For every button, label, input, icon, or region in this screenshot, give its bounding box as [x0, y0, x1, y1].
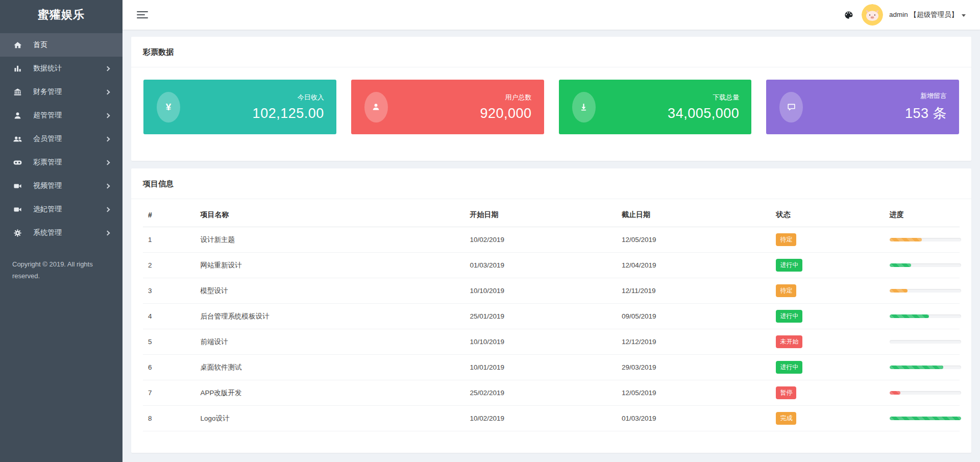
users-icon [13, 134, 22, 144]
column-header: 截止日期 [617, 202, 771, 227]
table-header-row: #项目名称开始日期截止日期状态进度 [143, 202, 960, 227]
status-badge: 未开始 [776, 335, 802, 348]
sidebar-item-label: 会员管理 [33, 134, 62, 143]
stat-card-label: 用户总数 [480, 93, 531, 102]
table-row: 4 后台管理系统模板设计 25/01/2019 09/05/2019 进行中 [143, 304, 960, 329]
stat-card-new-messages: 新增留言 153 条 [766, 80, 959, 134]
sidebar-item-super-admin[interactable]: 超管管理 [0, 104, 122, 127]
status-badge: 完成 [776, 412, 796, 425]
status-badge: 进行中 [776, 259, 802, 272]
stat-card-label: 新增留言 [905, 91, 947, 101]
hamburger-icon[interactable] [137, 11, 148, 19]
user-menu[interactable]: admin 【超级管理员】 [889, 10, 966, 19]
cell-project-name: 后台管理系统模板设计 [195, 304, 464, 329]
progress-track [890, 391, 961, 395]
home-icon [13, 40, 22, 50]
sidebar-nav: 首页 数据统计 财务管理 超管管理 会员管理 彩票管理 视频管理 选妃管理 [0, 30, 122, 245]
table-row: 2 网站重新设计 01/03/2019 12/04/2019 进行中 [143, 253, 960, 278]
yen-icon: ¥ [157, 92, 180, 123]
sidebar-item-system[interactable]: 系统管理 [0, 221, 122, 245]
stat-card-total-users: 用户总数 920,000 [351, 80, 544, 134]
cell-project-name: 模型设计 [195, 278, 464, 304]
cell-end-date: 12/04/2019 [617, 253, 771, 278]
gamepad-icon [13, 158, 22, 167]
sidebar-item-xuanfei[interactable]: 选妃管理 [0, 198, 122, 221]
user-avatar[interactable] [862, 4, 883, 26]
stat-card-text: 下载总量 34,005,000 [668, 93, 751, 121]
video-icon [13, 205, 22, 214]
status-badge: 进行中 [776, 310, 802, 323]
copyright-text: Copyright © 2019. All rights reserved. [0, 259, 122, 282]
column-header: 进度 [885, 202, 960, 227]
hamburger-bar [137, 11, 148, 13]
sidebar-item-home[interactable]: 首页 [0, 33, 122, 57]
sidebar-item-label: 选妃管理 [33, 205, 62, 214]
status-badge: 暂停 [776, 386, 796, 399]
pig-avatar [862, 4, 883, 26]
progress-track [890, 417, 961, 420]
cell-index: 4 [143, 304, 195, 329]
sidebar-item-finance[interactable]: 财务管理 [0, 80, 122, 104]
comment-icon [779, 92, 803, 123]
stat-card-value: 920,000 [480, 106, 531, 121]
chevron-right-icon [105, 113, 110, 118]
cell-project-name: APP改版开发 [195, 380, 464, 406]
header-right: admin 【超级管理员】 [844, 4, 966, 26]
video-icon [13, 181, 22, 191]
sidebar-item-data-stats[interactable]: 数据统计 [0, 57, 122, 80]
stat-card-today-income: ¥ 今日收入 102,125.00 [143, 80, 336, 134]
column-header: # [143, 202, 195, 227]
cell-start-date: 10/10/2019 [464, 278, 617, 304]
stat-card-total-downloads: 下载总量 34,005,000 [559, 80, 752, 134]
table-row: 5 前端设计 10/10/2019 12/12/2019 未开始 [143, 329, 960, 355]
progress-track [890, 314, 961, 318]
progress-track [890, 366, 961, 369]
cell-index: 7 [143, 380, 195, 406]
chevron-right-icon [105, 183, 110, 188]
progress-track [890, 238, 961, 241]
sidebar-item-members[interactable]: 会员管理 [0, 127, 122, 151]
column-header: 开始日期 [464, 202, 617, 227]
cell-start-date: 10/10/2019 [464, 329, 617, 355]
status-badge: 待定 [776, 284, 796, 297]
progress-bar [890, 366, 943, 369]
table-row: 3 模型设计 10/10/2019 12/11/2019 待定 [143, 278, 960, 304]
projects-panel: 项目信息 #项目名称开始日期截止日期状态进度 1 设计新主题 10/02/201… [131, 168, 971, 453]
cell-index: 8 [143, 406, 195, 431]
table-row: 6 桌面软件测试 10/01/2019 29/03/2019 进行中 [143, 355, 960, 380]
sidebar-item-lottery[interactable]: 彩票管理 [0, 151, 122, 174]
cell-end-date: 29/03/2019 [617, 355, 771, 380]
chevron-right-icon [105, 136, 110, 141]
cell-project-name: 前端设计 [195, 329, 464, 355]
sidebar-item-label: 财务管理 [33, 87, 62, 96]
cell-index: 2 [143, 253, 195, 278]
stat-card-text: 新增留言 153 条 [905, 91, 959, 123]
panel-title-projects: 项目信息 [131, 168, 971, 199]
panel-title-lottery: 彩票数据 [131, 37, 971, 67]
cell-start-date: 25/01/2019 [464, 304, 617, 329]
progress-track [890, 340, 961, 344]
chevron-right-icon [105, 160, 110, 165]
stat-card-value: 34,005,000 [668, 106, 739, 121]
username-label: admin 【超级管理员】 [889, 10, 958, 19]
chevron-right-icon [105, 89, 110, 94]
palette-icon[interactable] [844, 10, 853, 20]
sidebar: 蜜獾娱乐 首页 数据统计 财务管理 超管管理 会员管理 彩票管理 视频管理 [0, 0, 122, 462]
sidebar-item-video[interactable]: 视频管理 [0, 174, 122, 198]
chevron-right-icon [105, 207, 110, 212]
app-logo: 蜜獾娱乐 [0, 0, 122, 30]
table-row: 8 Logo设计 10/02/2019 01/03/2019 完成 [143, 406, 960, 431]
cell-index: 5 [143, 329, 195, 355]
progress-track [890, 289, 961, 293]
sidebar-item-label: 超管管理 [33, 111, 62, 120]
cell-project-name: 网站重新设计 [195, 253, 464, 278]
cell-end-date: 01/03/2019 [617, 406, 771, 431]
stat-card-label: 今日收入 [253, 93, 324, 102]
stat-card-value: 153 条 [905, 104, 947, 123]
user-icon [13, 111, 22, 120]
cell-project-name: 桌面软件测试 [195, 355, 464, 380]
column-header: 项目名称 [195, 202, 464, 227]
progress-bar [890, 417, 961, 420]
cell-start-date: 10/01/2019 [464, 355, 617, 380]
cell-end-date: 12/12/2019 [617, 329, 771, 355]
